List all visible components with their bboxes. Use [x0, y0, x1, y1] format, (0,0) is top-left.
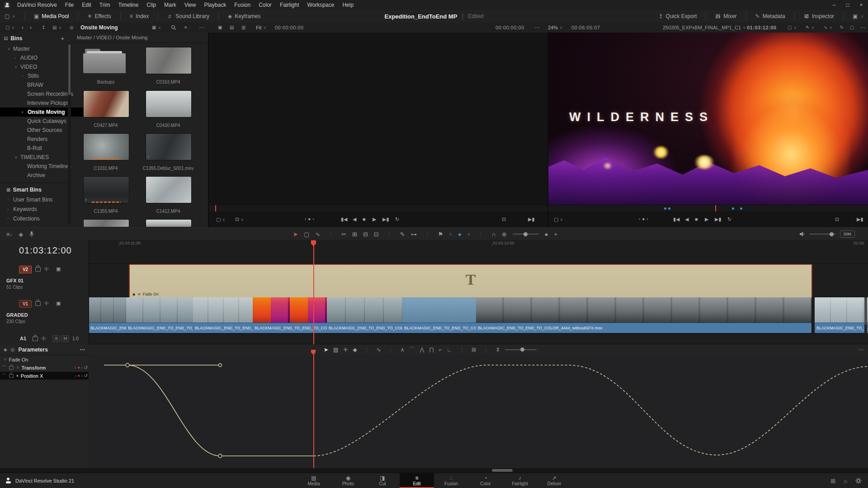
retime-curve-button[interactable]: ✎ — [400, 231, 405, 237]
param-position-x[interactable]: ⌒ ● Position X ‹●› ↺ — [0, 372, 90, 380]
media-pool-options-button[interactable]: ⋯ — [199, 23, 204, 33]
marker-dot[interactable] — [668, 207, 670, 210]
chevron-down-icon[interactable]: ∨ — [467, 232, 471, 236]
expand-viewer-button[interactable]: ▢ — [850, 23, 854, 33]
selection-tool-button[interactable]: ➤ — [293, 231, 298, 237]
maximize-button[interactable]: □ — [841, 2, 854, 8]
source-mode-icon-1[interactable]: ▣ — [218, 23, 222, 33]
dynamic-trim-tool-button[interactable]: ∿ — [315, 231, 320, 237]
track-v2-name[interactable]: GFX 01 — [6, 278, 24, 283]
metadata-button[interactable]: ✎ Metadata — [751, 13, 790, 19]
auto-select-icon[interactable]: ‹|› — [44, 266, 48, 271]
timeline-clip[interactable]: BLACKMAGIC_END_TO_END_TO_COLO... — [327, 297, 403, 333]
keyframe-point[interactable] — [218, 454, 222, 458]
lock-icon[interactable] — [33, 337, 38, 341]
menu-help[interactable]: Help — [338, 2, 358, 8]
curve-graph[interactable] — [89, 355, 868, 468]
horizontal-scrollbar[interactable] — [0, 468, 868, 473]
media-item-c1355[interactable]: ♪ — [83, 176, 129, 203]
timeline-options-icon[interactable]: ≡✓ — [6, 231, 13, 237]
tab-edit[interactable]: ≡Edit — [400, 473, 434, 488]
pan-tool[interactable]: ✛ — [343, 347, 348, 352]
panel-collapse-button[interactable]: ▢ ∨ — [0, 10, 20, 23]
curve-view-icon[interactable]: ◎ — [11, 347, 15, 352]
panel-layout-button[interactable]: ▣ ∨ — [848, 14, 868, 19]
minimize-button[interactable]: – — [827, 2, 841, 8]
flag-button[interactable]: ⚑ — [438, 231, 443, 237]
bin-back-button[interactable]: ‹ — [22, 23, 24, 33]
go-to-end-button[interactable]: ▶▮ — [382, 216, 389, 222]
tab-fusion[interactable]: ∴Fusion — [434, 473, 468, 488]
timeline-clip[interactable]: BLACKMAGIC_END_TO_E... — [815, 297, 868, 333]
thumbnail-view-button[interactable]: ▦ ∨ — [152, 23, 161, 33]
play-button[interactable]: ▶ — [705, 216, 708, 222]
ease-in-button[interactable]: ⋀ — [420, 347, 425, 352]
timeline-timecode[interactable]: 01:03:12:00 — [19, 245, 72, 256]
bin-forward-button[interactable]: › — [30, 23, 32, 33]
timeline-ruler[interactable]: 01:03:11:00 01:03:13:00 01:03: — [89, 240, 868, 246]
marquee-select-tool[interactable]: ▧ — [333, 347, 338, 352]
keyframe-view-button[interactable]: ⊞ — [472, 347, 476, 352]
program-playhead-marker[interactable] — [715, 205, 716, 211]
keyframes-button[interactable]: ◈ Keyframes — [223, 10, 265, 23]
filmstrip-icon[interactable]: ▣ — [56, 300, 61, 306]
track-v2-badge[interactable]: V2 — [19, 266, 32, 273]
curve-options-button[interactable]: ⋯ — [858, 347, 863, 352]
timeline-clip[interactable]: BLACKMAGIC_END_TO_END_T... — [193, 297, 253, 333]
solo-button[interactable]: S — [52, 335, 60, 342]
keyframe-nav[interactable]: ‹●› ↺ — [75, 373, 90, 378]
project-manager-icon[interactable]: ⌂ — [844, 478, 847, 484]
media-pool-scrollbar[interactable] — [68, 43, 71, 224]
reset-icon[interactable]: ↺ — [84, 373, 88, 378]
trim-edit-tool-button[interactable]: ▢ — [304, 231, 309, 237]
mixer-button[interactable]: Mixer — [711, 13, 741, 19]
source-mode-icon-3[interactable]: ▥ — [241, 23, 245, 33]
menu-timeline[interactable]: Timeline — [114, 2, 142, 8]
source-playhead-marker[interactable] — [215, 205, 216, 211]
zoom-button[interactable]: ⊕ — [502, 231, 507, 237]
linear-interp-button[interactable]: ∧ — [401, 347, 405, 352]
spline-mode-icon[interactable]: ∿ — [377, 347, 381, 352]
stacked-timelines-icon[interactable]: ◈ — [19, 231, 23, 237]
reset-icon[interactable]: ↺ — [84, 365, 88, 370]
media-item-partial[interactable] — [83, 219, 129, 227]
sidebar-item-keywords[interactable]: ›Keywords — [0, 205, 75, 214]
timeline-clip-name-select[interactable]: 250305_EXPxBM_FINAL_MP1_C1 ∨ — [663, 23, 746, 33]
media-item-c1355-deblur[interactable]: ♪ — [146, 133, 192, 160]
close-button[interactable]: × — [854, 2, 868, 8]
parameters-options-button[interactable]: ⋯ — [80, 347, 85, 352]
program-zoom-select[interactable]: 24% ∨ — [548, 23, 563, 33]
menu-view[interactable]: View — [180, 2, 200, 8]
program-jog-strip[interactable] — [548, 205, 868, 211]
keyframe-nav[interactable]: ‹●› ↺ — [75, 365, 90, 370]
quick-export-button[interactable]: ↥ Quick Export — [654, 13, 701, 19]
media-item-c0430[interactable]: ♪ — [146, 90, 192, 117]
timeline-clip[interactable]: BLACKMAGIC_END_TO_END_TO_COLO... — [402, 297, 476, 333]
menu-fairlight[interactable]: Fairlight — [276, 2, 303, 8]
mute-button[interactable]: M — [61, 335, 69, 342]
match-frame-button[interactable]: ▶▮ — [528, 216, 535, 222]
viewer-display-button[interactable]: ▢∨ — [788, 23, 797, 33]
scopes-button[interactable]: ∿∨ — [824, 23, 832, 33]
menu-file[interactable]: File — [61, 2, 78, 8]
go-to-start-button[interactable]: ▮◀ — [673, 216, 680, 222]
media-item-partial[interactable] — [146, 219, 192, 227]
lock-icon[interactable] — [9, 374, 14, 378]
ease-out-button[interactable]: ⋂ — [429, 347, 434, 352]
media-item-c0427[interactable]: ♪ — [83, 90, 129, 117]
insert-clip-button[interactable]: ⊞ — [352, 231, 357, 237]
menu-clip[interactable]: Clip — [142, 2, 160, 8]
refresh-button[interactable]: ↻ — [840, 23, 844, 33]
timeline-clip[interactable]: BLACKMAGIC_END_TO_END_TO_COLO... — [253, 297, 327, 333]
track-level[interactable]: 1.0 — [72, 336, 79, 341]
curve-zoom-slider[interactable] — [505, 349, 537, 350]
lock-icon[interactable] — [35, 267, 41, 272]
custom-zoom-button[interactable]: + — [554, 231, 557, 237]
timeline-zoom-slider[interactable] — [513, 234, 539, 235]
source-mode-icon-2[interactable]: ▤ — [230, 23, 234, 33]
external-monitor-icon[interactable]: ⊞ — [830, 478, 835, 484]
media-item-c0163[interactable]: ♪ — [146, 47, 192, 74]
menu-edit[interactable]: Edit — [78, 2, 95, 8]
loop-button[interactable]: ↻ — [395, 216, 399, 222]
overwrite-clip-button[interactable]: ⊟ — [363, 231, 368, 237]
